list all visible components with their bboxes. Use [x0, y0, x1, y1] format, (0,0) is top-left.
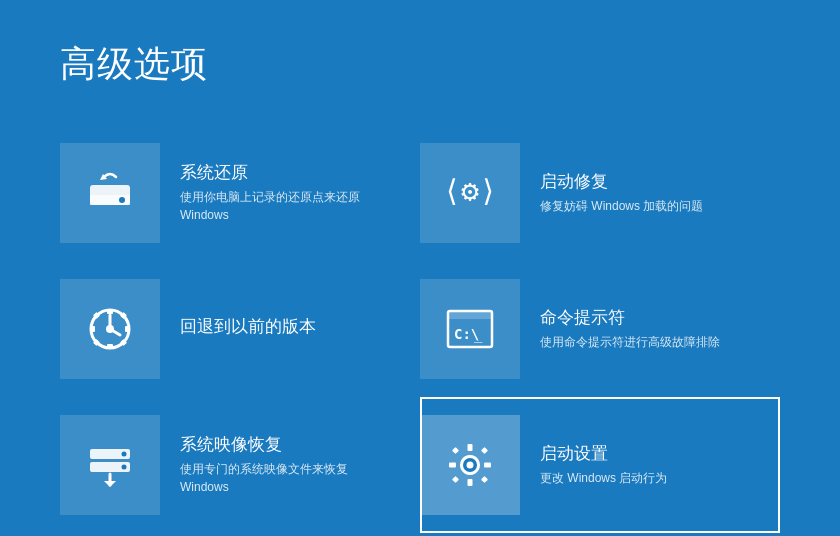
svg-point-22 [122, 465, 127, 470]
svg-rect-9 [90, 326, 95, 332]
system-restore-text: 系统还原 使用你电脑上记录的还原点来还原 Windows [180, 162, 360, 224]
rollback-text: 回退到以前的版本 [180, 316, 316, 342]
svg-rect-16 [448, 311, 492, 319]
page-title: 高级选项 [60, 40, 780, 89]
svg-text:_: _ [474, 326, 483, 343]
svg-rect-27 [468, 444, 473, 451]
options-grid: 系统还原 使用你电脑上记录的还原点来还原 Windows ⟨⚙⟩ 启动修复 修复… [60, 125, 780, 533]
startup-settings-desc: 更改 Windows 启动行为 [540, 469, 667, 487]
rollback-icon [84, 303, 136, 355]
svg-point-6 [106, 325, 114, 333]
cmd-icon: C:\ _ [444, 303, 496, 355]
image-recovery-desc: 使用专门的系统映像文件来恢复 Windows [180, 460, 348, 496]
cmd-icon-box: C:\ _ [420, 279, 520, 379]
svg-rect-10 [125, 326, 130, 332]
startup-settings-text: 启动设置 更改 Windows 启动行为 [540, 443, 667, 487]
svg-rect-30 [484, 463, 491, 468]
svg-point-2 [119, 197, 125, 203]
svg-point-21 [122, 452, 127, 457]
startup-repair-item[interactable]: ⟨⚙⟩ 启动修复 修复妨碍 Windows 加载的问题 [420, 125, 780, 261]
svg-text:⟨⚙⟩: ⟨⚙⟩ [444, 173, 496, 208]
system-restore-icon-box [60, 143, 160, 243]
svg-marker-24 [104, 481, 116, 487]
startup-settings-icon [444, 439, 496, 491]
svg-point-26 [467, 462, 474, 469]
startup-repair-desc: 修复妨碍 Windows 加载的问题 [540, 197, 703, 215]
svg-rect-32 [481, 447, 488, 454]
startup-repair-text: 启动修复 修复妨碍 Windows 加载的问题 [540, 171, 703, 215]
startup-repair-title: 启动修复 [540, 171, 703, 193]
image-recovery-title: 系统映像恢复 [180, 434, 348, 456]
svg-rect-34 [481, 476, 488, 483]
system-restore-title: 系统还原 [180, 162, 360, 184]
image-recovery-text: 系统映像恢复 使用专门的系统映像文件来恢复 Windows [180, 434, 348, 496]
svg-rect-33 [452, 476, 459, 483]
svg-rect-7 [107, 309, 113, 314]
rollback-icon-box [60, 279, 160, 379]
system-restore-desc: 使用你电脑上记录的还原点来还原 Windows [180, 188, 360, 224]
svg-rect-31 [452, 447, 459, 454]
startup-settings-item[interactable]: 启动设置 更改 Windows 启动行为 [420, 397, 780, 533]
cmd-item[interactable]: C:\ _ 命令提示符 使用命令提示符进行高级故障排除 [420, 261, 780, 397]
startup-repair-icon-box: ⟨⚙⟩ [420, 143, 520, 243]
svg-rect-28 [468, 479, 473, 486]
cmd-desc: 使用命令提示符进行高级故障排除 [540, 333, 720, 351]
image-recovery-icon-box [60, 415, 160, 515]
image-recovery-item[interactable]: 系统映像恢复 使用专门的系统映像文件来恢复 Windows [60, 397, 420, 533]
rollback-item[interactable]: 回退到以前的版本 [60, 261, 420, 397]
svg-rect-8 [107, 344, 113, 349]
startup-repair-icon: ⟨⚙⟩ [444, 167, 496, 219]
rollback-title: 回退到以前的版本 [180, 316, 316, 338]
restore-icon [84, 167, 136, 219]
image-recovery-icon [84, 439, 136, 491]
svg-rect-29 [449, 463, 456, 468]
cmd-title: 命令提示符 [540, 307, 720, 329]
cmd-text: 命令提示符 使用命令提示符进行高级故障排除 [540, 307, 720, 351]
system-restore-item[interactable]: 系统还原 使用你电脑上记录的还原点来还原 Windows [60, 125, 420, 261]
startup-settings-icon-box [420, 415, 520, 515]
startup-settings-title: 启动设置 [540, 443, 667, 465]
